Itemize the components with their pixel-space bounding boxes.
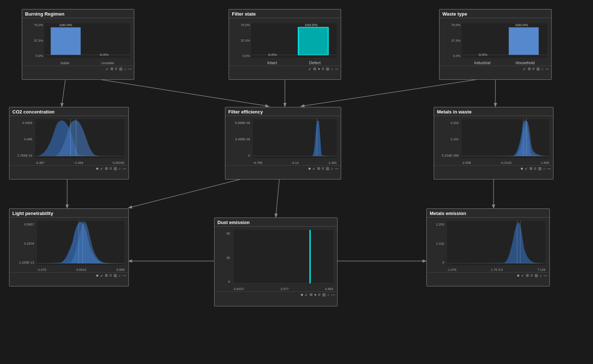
light-pen-chart [37,221,124,265]
co2-concentration-title: CO2 concentration [9,107,128,116]
filter-efficiency-chart [253,119,337,158]
svg-text:0.0%: 0.0% [479,53,488,57]
metals-emission-chart [447,221,545,265]
metals-emission-node: Metals emission 2.203 1.102 0 -1.476 1.7… [426,208,550,286]
filter-state-toolbar: ↙ ⊞ ● σ ▥ ⌕ — [229,66,341,71]
svg-text:100.0%: 100.0% [304,23,318,26]
dust-emission-title: Dust emission [214,218,337,227]
co2-chart [35,119,124,158]
svg-text:0.0%: 0.0% [100,53,109,57]
metals-waste-chart [462,119,549,158]
burning-regimen-toolbar: ↙ ⊞ σ ▥ ⌕ — [22,66,134,71]
co2-concentration-node: CO2 concentration 0.9359 0.468 2.765E-16 [9,107,129,179]
filter-efficiency-toolbar: ■ ↙ ⊞ σ ▥ ⌕ — [225,165,341,171]
waste-type-title: Waste type [439,9,551,18]
burning-regimen-node: Burning Regimen 75.0% 37.5% 0.0% 100.0% … [22,9,134,80]
svg-line-7 [276,178,279,217]
dust-emission-toolbar: ■ ↙ ⊞ ● σ ▥ ⌕ — [214,291,337,297]
waste-type-chart: 0.0% 100.0% [462,23,547,58]
svg-rect-20 [298,27,328,55]
waste-type-node: Waste type 75.0% 37.5% 0.0% 0.0% 100.0% … [439,9,552,80]
filter-state-node: Filter state 75.0% 37.5% 0.0% 0.0% 100.0… [229,9,341,80]
dust-emission-node: Dust emission 60 30 0 -0.8107 2.077 [214,218,338,306]
svg-text:0.0%: 0.0% [268,53,277,57]
burning-regimen-body: 75.0% 37.5% 0.0% 100.0% 0.0% Stable [22,18,134,66]
metals-in-waste-title: Metals in waste [434,107,553,116]
metals-in-waste-node: Metals in waste 4.202 2.101 5.204E-289 -… [434,107,553,179]
metals-emission-title: Metals emission [427,209,549,218]
light-penetrability-title: Light penetrability [9,209,128,218]
svg-line-8 [129,178,247,208]
metals-emission-toolbar: ■ ↙ ⊞ σ ▥ ⌕ — [427,272,549,278]
dust-emission-chart [233,230,333,284]
svg-line-2 [102,80,269,106]
svg-line-4 [301,80,475,106]
light-penetrability-node: Light penetrability 0.5957 0.2978 1.328E… [9,208,129,286]
metals-waste-toolbar: ■ ↙ ⊞ σ ▥ ⌕ — [434,165,553,171]
co2-toolbar: ■ ↙ ⊞ σ ▥ ⌕ — [9,165,128,171]
svg-text:100.0%: 100.0% [59,23,72,26]
svg-rect-25 [509,27,539,55]
filter-state-chart: 0.0% 100.0% [251,23,337,58]
svg-rect-13 [51,27,81,55]
svg-line-1 [62,80,65,106]
burning-regimen-chart: 100.0% 0.0% [44,23,130,58]
filter-efficiency-title: Filter efficiency [225,107,341,116]
filter-efficiency-node: Filter efficiency 6.999E-09 3.499E-09 0 … [225,107,341,179]
filter-state-title: Filter state [229,9,341,18]
burning-regimen-title: Burning Regimen [22,9,134,18]
waste-type-toolbar: ↙ ⊞ σ ▥ ⌕ — [439,66,551,71]
svg-text:100.0%: 100.0% [515,23,528,26]
light-pen-toolbar: ■ ↙ ⊞ σ ▥ ⌕ — [9,272,128,278]
